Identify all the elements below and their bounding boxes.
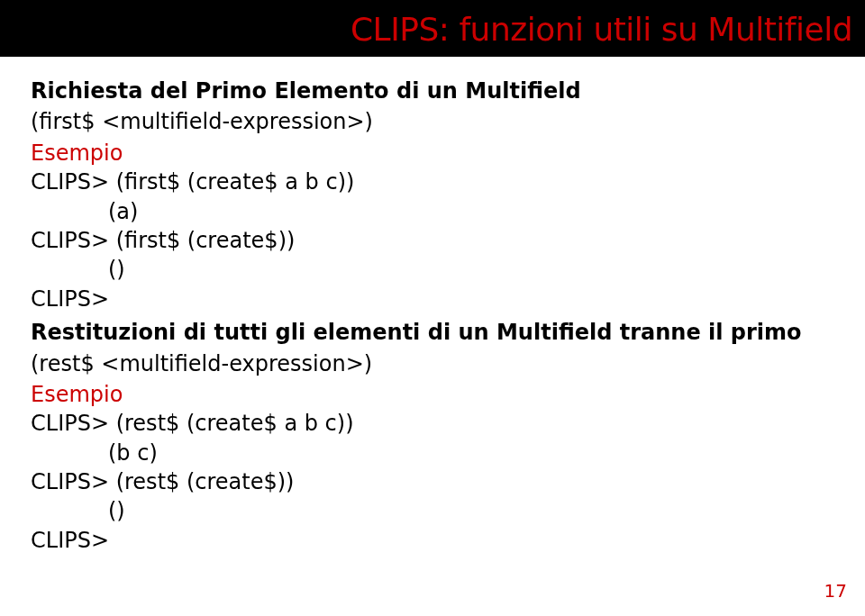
- example-label: Esempio: [31, 380, 834, 409]
- example-label: Esempio: [31, 139, 834, 168]
- code-line: CLIPS> (first$ (create$ a b c)): [31, 168, 834, 196]
- syntax-line: (rest$ <multifield-expression>): [31, 349, 834, 378]
- page-number: 17: [824, 580, 847, 602]
- section-heading: Richiesta del Primo Elemento di un Multi…: [31, 77, 834, 105]
- section-heading: Restituzioni di tutti gli elementi di un…: [31, 318, 834, 347]
- code-output: (b c): [31, 439, 834, 467]
- section-rest: Restituzioni di tutti gli elementi di un…: [31, 318, 834, 555]
- code-line: CLIPS> (rest$ (create$ a b c)): [31, 409, 834, 438]
- syntax-line: (first$ <multifield-expression>): [31, 107, 834, 136]
- code-line: CLIPS>: [31, 285, 834, 313]
- slide-content: Richiesta del Primo Elemento di un Multi…: [0, 57, 865, 555]
- section-first: Richiesta del Primo Elemento di un Multi…: [31, 77, 834, 313]
- title-bar: CLIPS: funzioni utili su Multifield: [0, 0, 865, 57]
- code-line: CLIPS>: [31, 526, 834, 555]
- code-output: (a): [31, 197, 834, 226]
- code-line: CLIPS> (rest$ (create$)): [31, 467, 834, 496]
- slide-title: CLIPS: funzioni utili su Multifield: [0, 11, 865, 48]
- code-output: (): [31, 496, 834, 525]
- code-output: (): [31, 255, 834, 284]
- code-line: CLIPS> (first$ (create$)): [31, 226, 834, 255]
